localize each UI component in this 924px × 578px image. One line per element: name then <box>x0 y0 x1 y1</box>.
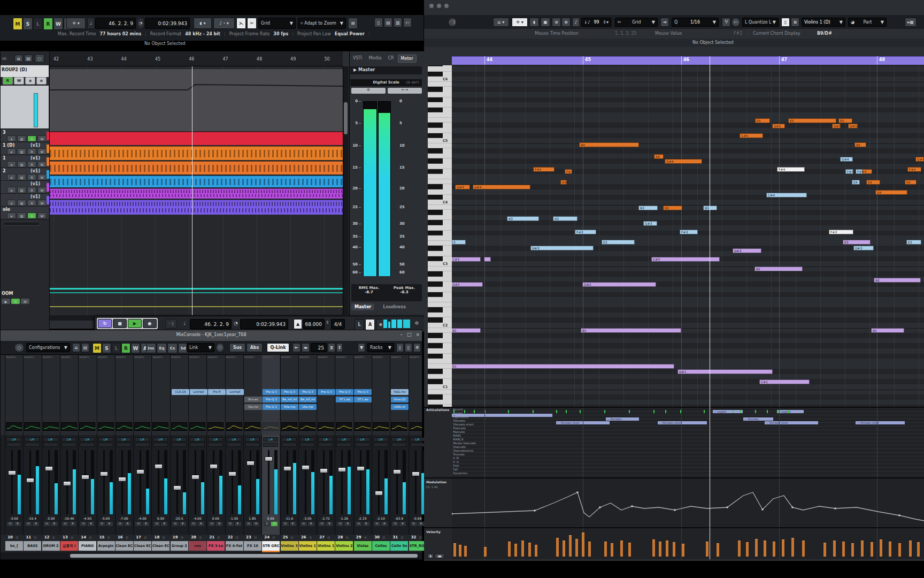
track-record-button[interactable]: R <box>27 135 36 142</box>
midi-note[interactable]: E4 <box>852 180 860 185</box>
track-state-r-button[interactable]: R <box>121 343 130 353</box>
midi-note[interactable]: D4 <box>875 190 907 195</box>
articulation-row[interactable] <box>452 468 924 471</box>
routing-slot[interactable]: L/R <box>336 437 351 442</box>
snap-type-button[interactable]: ✂ <box>247 18 257 29</box>
channel-name[interactable]: FX 10 <box>244 541 261 551</box>
channel-name[interactable]: STR GRC <box>262 541 280 551</box>
insert-slot[interactable]: Ba_ref_mi <box>299 397 317 402</box>
fader-cap[interactable] <box>357 466 365 471</box>
transport-A-button[interactable]: A <box>365 319 375 330</box>
midi-note[interactable]: E3 <box>843 240 871 245</box>
midi-note[interactable]: F#4 <box>845 169 853 174</box>
midi-note[interactable]: E1 <box>452 364 674 369</box>
w-button[interactable]: W <box>7 522 13 526</box>
velocity-bar[interactable] <box>773 542 775 557</box>
midi-note[interactable]: C#5 <box>740 133 763 138</box>
arrange-area[interactable] <box>50 66 343 321</box>
velocity-bar[interactable] <box>871 542 873 557</box>
home-icon[interactable]: ⌂ <box>14 55 23 62</box>
project-playhead[interactable] <box>192 66 192 321</box>
black-key[interactable] <box>428 271 443 277</box>
midi-note[interactable]: E4 <box>866 180 880 185</box>
search-icon[interactable]: ○ <box>35 54 44 63</box>
black-key[interactable] <box>428 108 443 113</box>
pre-slot[interactable] <box>43 443 58 447</box>
pre-slot[interactable] <box>373 443 388 447</box>
track-btn-button[interactable]: e <box>7 200 16 206</box>
w-button[interactable]: W <box>374 522 380 526</box>
channel-name[interactable]: Violins 1 <box>299 541 317 551</box>
layers-icon[interactable]: ≋ <box>791 18 799 27</box>
insert-slot[interactable]: Uta.mp <box>299 404 317 410</box>
velocity-bar[interactable] <box>459 545 461 557</box>
r-button[interactable]: R <box>161 522 167 526</box>
white-key[interactable] <box>428 302 452 308</box>
w-button[interactable]: W <box>392 522 398 526</box>
fader-cap[interactable] <box>63 481 71 486</box>
midi-note[interactable]: D#4 <box>455 185 470 189</box>
velocity-bar[interactable] <box>889 542 891 557</box>
midi-note[interactable]: F#3 <box>575 230 596 234</box>
inspector-slider[interactable] <box>3 222 40 226</box>
routing-slot[interactable]: L/R <box>391 437 406 442</box>
eq-curve-display[interactable] <box>207 422 224 431</box>
velocity-bar[interactable] <box>484 547 487 557</box>
channel-name[interactable]: FX 3-Le <box>207 541 225 551</box>
w-button[interactable]: W <box>172 522 179 526</box>
channel-name[interactable]: Cello So <box>390 541 408 551</box>
pre-slot[interactable] <box>80 443 95 447</box>
master-rack-header[interactable]: ▶ Master <box>350 66 422 74</box>
meter-reset-button[interactable]: ⇤⇥ <box>388 88 422 94</box>
midi-note[interactable]: G#4 <box>665 159 702 164</box>
articulation-row[interactable] <box>452 430 924 434</box>
articulation-row[interactable] <box>452 471 924 475</box>
velocity-bar[interactable] <box>604 542 607 557</box>
channel-name[interactable]: Group 2 <box>171 541 188 551</box>
midi-note[interactable]: G#4 <box>840 157 853 162</box>
midi-note[interactable]: B1 <box>452 328 481 333</box>
midi-note[interactable]: G#4 <box>915 157 924 162</box>
insert-slot[interactable]: Little.er <box>391 404 409 410</box>
w-button[interactable]: W <box>44 522 50 526</box>
iterative-quantize-icon[interactable]: ⅟ <box>722 18 730 27</box>
velocity-field[interactable]: ↓♪99⇕▾ <box>581 18 611 27</box>
velocity-bar[interactable] <box>764 541 766 557</box>
preroll-icon[interactable]: ◠) <box>165 319 177 329</box>
r-button[interactable]: R <box>33 522 39 526</box>
articulation-block[interactable]: — Sforzato short <box>856 421 905 424</box>
articulation-block[interactable]: — Legato <box>713 410 743 413</box>
pre-slot[interactable] <box>227 443 242 447</box>
velocity-bar[interactable] <box>575 539 578 557</box>
track-btn-button[interactable]: W <box>37 200 47 206</box>
velocity-bar[interactable] <box>563 541 565 557</box>
view-ins-button[interactable]: Ins <box>146 343 156 353</box>
track-state-m-button[interactable]: M <box>93 343 102 353</box>
fader-cap[interactable] <box>393 469 401 474</box>
midi-note[interactable]: G#2 <box>452 282 483 287</box>
fader-cap[interactable] <box>45 466 53 471</box>
velocity-bar[interactable] <box>652 539 655 557</box>
channel-name[interactable]: Arpegio <box>97 541 115 551</box>
eq-curve-display[interactable] <box>318 422 334 431</box>
window-close-button[interactable]: × <box>415 332 420 337</box>
list-icon[interactable]: ▤ <box>24 55 33 62</box>
channel-name[interactable]: Violas <box>354 541 372 551</box>
velocity-bar[interactable] <box>917 542 920 557</box>
velocity-bar[interactable] <box>802 541 805 557</box>
articulation-row[interactable] <box>452 457 924 460</box>
tool-select-button[interactable]: ✛ ▾ <box>66 18 86 29</box>
insert-slot[interactable]: CLA-2A <box>172 389 189 395</box>
window-zone-left-icon[interactable]: ▯ <box>396 343 404 352</box>
track-state-l-button[interactable]: L <box>112 343 121 353</box>
articulation-block[interactable]: — Sforzato short <box>765 421 818 424</box>
w-button[interactable]: W <box>337 522 343 526</box>
velocity-bar[interactable] <box>791 538 794 557</box>
white-key[interactable] <box>428 225 452 231</box>
track-btn-button[interactable]: e <box>7 174 16 180</box>
eq-curve-display[interactable] <box>98 422 114 431</box>
routing-slot[interactable]: L/R <box>153 437 168 442</box>
midi-note[interactable]: D#1 <box>677 369 773 374</box>
transport-time[interactable]: 0:02:39.943 <box>240 319 288 329</box>
eq-curve-display[interactable] <box>134 422 150 431</box>
